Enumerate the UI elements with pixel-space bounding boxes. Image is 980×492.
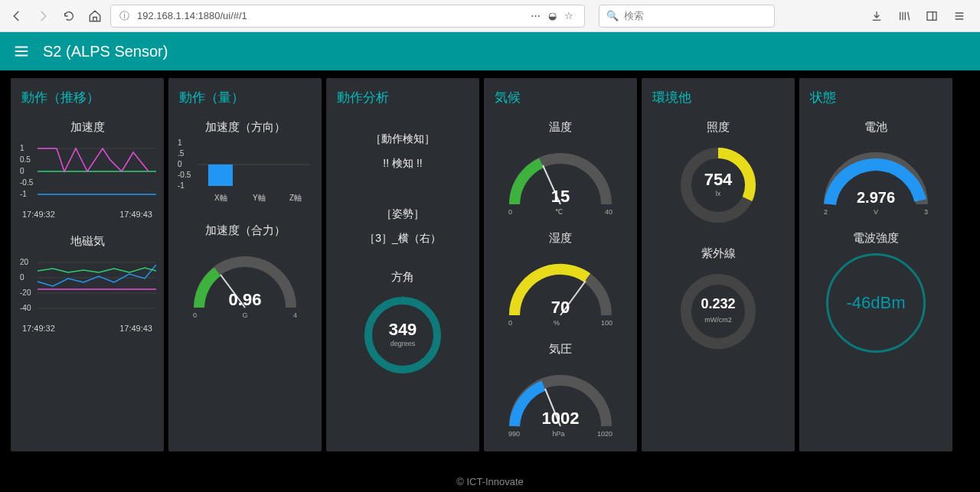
svg-text:1: 1 [20, 144, 24, 152]
gauge-battery: 2.976 2V3 [815, 139, 937, 216]
col-motion-trend: 動作（推移） 加速度 10.50-0.5-1 17:49:3217:49:43 … [11, 78, 164, 451]
browser-toolbar: ⓘ 192.168.1.14:1880/ui/#/1 ⋯ ◒ ☆ 🔍 検索 [0, 0, 980, 32]
svg-text:-20: -20 [20, 288, 31, 297]
col-motion-analysis: 動作分析 ［動作検知］ !! 検知 !! ［姿勢］ ［3］_横（右） 方角 34… [326, 78, 479, 451]
gauge-humidity: 70 0%100 [499, 250, 622, 327]
chart-accel-bar: 1.50-0.5-1 X軸Y軸Z軸 [176, 139, 314, 208]
gauge-temp: 15 0℃40 [499, 139, 622, 216]
svg-text:-0.5: -0.5 [178, 171, 191, 179]
drawer-menu-icon[interactable] [12, 42, 31, 60]
app-title: S2 (ALPS Sensor) [43, 43, 168, 60]
bookmark-icon[interactable]: ☆ [564, 10, 573, 21]
panel-battery: 電池 2.976 2V3 [802, 117, 949, 222]
panel-uv: 紫外線 0.232 mW/cm2 [645, 243, 792, 363]
panel-pressure: 気圧 1002 990hPa1020 [487, 339, 634, 444]
url-bar[interactable]: ⓘ 192.168.1.14:1880/ui/#/1 ⋯ ◒ ☆ [110, 5, 585, 28]
gauge-uv: 0.232 mW/cm2 [672, 266, 764, 357]
pocket-icon[interactable]: ◒ [548, 10, 557, 21]
gauge-pressure: 1002 990hPa1020 [499, 361, 622, 438]
dashboard: 動作（推移） 加速度 10.50-0.5-1 17:49:3217:49:43 … [0, 70, 980, 459]
panel-accel-dir: 加速度（方向） 1.50-0.5-1 X軸Y軸Z軸 [172, 117, 318, 214]
panel-temp: 温度 15 0℃40 [487, 117, 634, 222]
col-climate: 気候 温度 15 0℃40 湿度 70 0%100 気圧 1002 990hPa… [484, 78, 637, 451]
chart-accel: 10.50-0.5-1 [18, 139, 156, 208]
panel-detect: ［動作検知］ !! 検知 !! [329, 117, 476, 186]
panel-accel-trend: 加速度 10.50-0.5-1 17:49:3217:49:43 [14, 117, 161, 225]
menu-icon[interactable] [952, 9, 966, 23]
download-icon[interactable] [870, 9, 884, 23]
svg-rect-0 [927, 11, 936, 20]
library-icon[interactable] [897, 9, 911, 23]
panel-geomag-trend: 地磁気 200-20-40 17:49:3217:49:43 [14, 231, 161, 339]
more-icon[interactable]: ⋯ [531, 10, 541, 21]
watermark: © ICT-Innovate [456, 476, 524, 487]
svg-text:-0.5: -0.5 [20, 178, 34, 187]
svg-text:20: 20 [20, 258, 29, 266]
svg-text:1: 1 [178, 139, 182, 147]
reload-button[interactable] [58, 5, 80, 27]
search-bar[interactable]: 🔍 検索 [599, 5, 775, 28]
gauge-lux: 754 lx [672, 139, 764, 231]
panel-accel-force: 加速度（合力） 0.96 0G4 [172, 220, 318, 325]
svg-text:Y軸: Y軸 [253, 194, 266, 202]
url-actions: ⋯ ◒ ☆ [531, 10, 578, 21]
svg-text:-1: -1 [178, 181, 185, 190]
panel-pose: ［姿勢］ ［3］_横（右） [329, 192, 476, 261]
search-icon: 🔍 [606, 9, 619, 23]
col-environment: 環境他 照度 754 lx 紫外線 0.232 mW/cm2 [642, 78, 795, 451]
svg-text:-40: -40 [20, 304, 31, 312]
svg-text:X軸: X軸 [214, 194, 227, 202]
col-status: 状態 電池 2.976 2V3 電波強度 -46dBm [799, 78, 952, 451]
url-text: 192.168.1.14:1880/ui/#/1 [137, 10, 247, 21]
svg-text:.5: .5 [178, 149, 185, 158]
panel-lux: 照度 754 lx [645, 117, 792, 237]
info-icon: ⓘ [117, 9, 131, 23]
search-placeholder: 検索 [624, 9, 644, 23]
gauge-rssi: -46dBm [826, 253, 926, 353]
panel-rssi: 電波強度 -46dBm [802, 228, 949, 359]
panel-humidity: 湿度 70 0%100 [487, 228, 634, 333]
col-title: 動作（推移） [14, 86, 161, 111]
svg-text:Z軸: Z軸 [289, 194, 302, 202]
chart-geomag: 200-20-40 [18, 253, 156, 322]
svg-text:0: 0 [20, 273, 24, 282]
panel-compass: 方角 349 degrees [329, 267, 476, 387]
app-header: S2 (ALPS Sensor) [0, 32, 980, 70]
svg-text:0.5: 0.5 [20, 155, 31, 164]
back-button[interactable] [6, 5, 28, 27]
svg-text:0: 0 [20, 167, 24, 175]
gauge-accel-force: 0.96 0G4 [184, 243, 306, 319]
forward-button[interactable] [32, 5, 54, 27]
svg-text:-1: -1 [20, 190, 27, 198]
col-motion-amount: 動作（量） 加速度（方向） 1.50-0.5-1 X軸Y軸Z軸 加速度（合力） [168, 78, 322, 451]
gauge-compass: 349 degrees [357, 289, 449, 381]
svg-text:0: 0 [178, 160, 182, 168]
sidebar-icon[interactable] [925, 9, 939, 23]
svg-rect-24 [208, 165, 233, 186]
home-button[interactable] [84, 5, 106, 27]
